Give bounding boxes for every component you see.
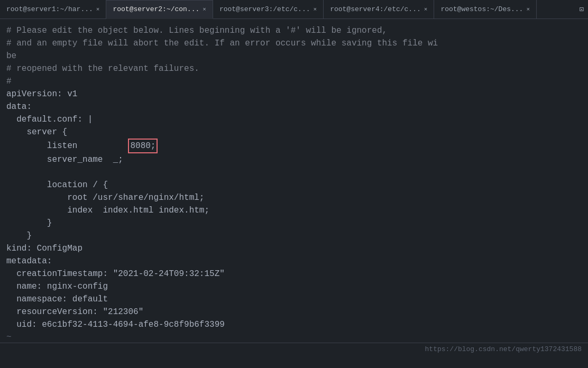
code-line-1: # Please edit the object below. Lines be… (4, 24, 588, 37)
editor-area: # Please edit the object below. Lines be… (0, 19, 588, 355)
tab-server4[interactable]: root@server4:/etc/c... × (324, 0, 434, 19)
code-line-16: } (4, 217, 588, 229)
code-line-12 (4, 166, 588, 179)
code-line-2: # and an empty file will abort the edit.… (4, 37, 588, 50)
tab-server1[interactable]: root@server1:~/har... × (0, 0, 106, 19)
code-line-10: listen 8080; (4, 139, 588, 153)
code-line-9: server { (4, 126, 588, 139)
code-line-22: namespace: default (4, 293, 588, 306)
code-line-19: metadata: (4, 255, 588, 268)
restore-icon[interactable]: ⊡ (580, 5, 584, 14)
tab-server2[interactable]: root@server2:~/con... × (106, 0, 213, 19)
code-line-20: creationTimestamp: "2021-02-24T09:32:15Z… (4, 268, 588, 280)
code-line-13: location / { (4, 179, 588, 191)
code-line-18: kind: ConfigMap (4, 242, 588, 255)
code-line-24: uid: e6c1bf32-4113-4694-afe8-9c8f9b6f339… (4, 318, 588, 331)
tab-close-2[interactable]: × (203, 6, 206, 13)
tab-server3[interactable]: root@server3:/etc/c... × (213, 0, 324, 19)
code-line-4: # reopened with the relevant failures. (4, 62, 588, 75)
code-line-15: index index.html index.htm; (4, 204, 588, 217)
code-line-14: root /usr/share/nginx/html; (4, 191, 588, 204)
code-line-3: be (4, 50, 588, 62)
code-line-6: apiVersion: v1 (4, 88, 588, 100)
code-line-11: server_name _; (4, 153, 588, 166)
highlight-8080: 8080; (128, 139, 158, 153)
tab-bar: root@server1:~/har... × root@server2:~/c… (0, 0, 588, 19)
tab-actions: ⊡ (580, 5, 588, 14)
code-line-tilde: ~ (4, 331, 588, 344)
code-line-7: data: (4, 100, 588, 113)
tab-westos[interactable]: root@westos:~/Des... × (434, 0, 537, 19)
status-url: https://blog.csdn.net/qwerty1372431588 (425, 344, 582, 355)
code-line-21: name: nginx-config (4, 280, 588, 293)
tab-close-1[interactable]: × (96, 6, 100, 13)
tab-close-5[interactable]: × (526, 6, 530, 13)
code-line-8: default.conf: | (4, 113, 588, 126)
tab-close-3[interactable]: × (314, 6, 317, 13)
code-line-5: # (4, 75, 588, 88)
tab-close-4[interactable]: × (424, 6, 428, 13)
status-bar: https://blog.csdn.net/qwerty1372431588 (0, 343, 588, 355)
code-line-17: } (4, 229, 588, 242)
code-line-23: resourceVersion: "212306" (4, 306, 588, 318)
